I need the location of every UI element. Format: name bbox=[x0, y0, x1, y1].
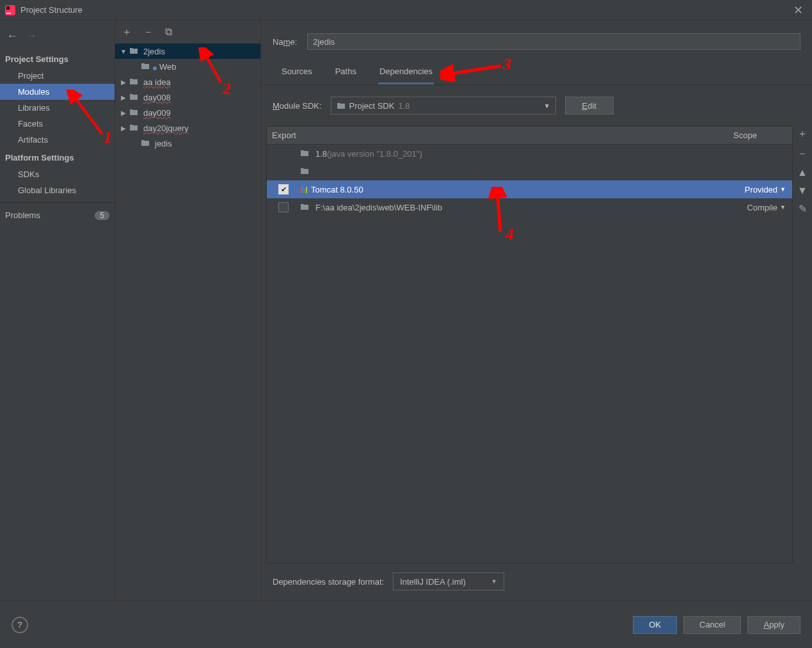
nav-item-facets[interactable]: Facets bbox=[0, 116, 115, 132]
chevron-right-icon[interactable]: ▶ bbox=[119, 109, 128, 116]
tree-item-label: 2jedis bbox=[143, 47, 165, 56]
divider bbox=[0, 202, 115, 203]
name-label: Name: bbox=[273, 37, 297, 47]
cancel-button[interactable]: Cancel bbox=[683, 616, 741, 634]
tree-item[interactable]: ▶day009 bbox=[115, 105, 260, 120]
detail-tabs: SourcesPathsDependencies bbox=[261, 50, 812, 84]
folder-icon bbox=[129, 77, 139, 86]
dependency-label: Tomcat 8.0.50 bbox=[300, 185, 733, 194]
storage-format-combo[interactable]: IntelliJ IDEA (.iml) ▼ bbox=[393, 573, 504, 590]
close-icon[interactable]: ✕ bbox=[790, 3, 807, 17]
tree-item-label: day20jquery bbox=[143, 123, 189, 133]
scope-cell[interactable]: Provided▼ bbox=[733, 185, 792, 194]
nav-item-project[interactable]: Project bbox=[0, 68, 115, 84]
dep-add-icon[interactable]: ＋ bbox=[796, 127, 809, 141]
dep-down-icon[interactable]: ▼ bbox=[796, 185, 809, 196]
tree-item-label: aa idea bbox=[143, 77, 171, 87]
dependencies-table: Export Scope 1.8 (java version "1.8.0_20… bbox=[266, 126, 793, 564]
tree-item[interactable]: jedis bbox=[115, 136, 260, 151]
tree-item[interactable]: ▶day20jquery bbox=[115, 120, 260, 136]
tree-item[interactable]: ▼2jedis bbox=[115, 43, 260, 59]
dialog-bottombar: ? OK Cancel Apply bbox=[0, 601, 812, 648]
copy-icon[interactable]: ⧉ bbox=[165, 26, 172, 38]
folder-icon bbox=[129, 108, 139, 117]
dependency-row[interactable]: F:\aa idea\2jedis\web\WEB-INF\libCompile… bbox=[267, 198, 792, 216]
dependency-label: 1.8 (java version "1.8.0_201") bbox=[300, 149, 733, 159]
nav-item-sdks[interactable]: SDKs bbox=[0, 166, 115, 182]
module-tree-panel: ＋ － ⧉ ▼2jedisWeb▶aa idea▶day008▶day009▶d… bbox=[115, 20, 261, 601]
nav-item-modules[interactable]: Modules bbox=[0, 84, 115, 100]
remove-icon[interactable]: － bbox=[143, 26, 154, 39]
problems-label: Problems bbox=[5, 210, 40, 220]
edit-button[interactable]: Edit bbox=[565, 97, 614, 115]
section-platform-settings: Platform Settings bbox=[0, 148, 115, 166]
dep-edit-icon[interactable]: ✎ bbox=[796, 203, 809, 215]
tab-paths[interactable]: Paths bbox=[334, 64, 358, 84]
module-sdk-combo[interactable]: Project SDK 1.8 ▼ bbox=[331, 97, 556, 115]
folder-icon bbox=[129, 47, 139, 56]
nav-item-libraries[interactable]: Libraries bbox=[0, 100, 115, 116]
dep-remove-icon[interactable]: － bbox=[796, 147, 809, 161]
folder-icon bbox=[337, 102, 346, 109]
storage-format-label: Dependencies storage format: bbox=[273, 577, 384, 587]
ok-button[interactable]: OK bbox=[633, 616, 677, 634]
nav-item-global-libraries[interactable]: Global Libraries bbox=[0, 182, 115, 198]
folder-icon bbox=[300, 167, 310, 176]
svg-rect-1 bbox=[6, 6, 10, 10]
dependency-row[interactable]: Tomcat 8.0.50Provided▼ bbox=[267, 180, 792, 198]
nav-item-problems[interactable]: Problems 5 bbox=[0, 207, 115, 224]
tree-item-label: Web bbox=[159, 62, 177, 72]
left-nav: ← → Project Settings Project Modules Lib… bbox=[0, 20, 115, 601]
tree-item-label: day008 bbox=[143, 93, 171, 102]
app-icon bbox=[5, 5, 15, 15]
chevron-right-icon[interactable]: ▶ bbox=[119, 94, 128, 101]
titlebar: Project Structure ✕ bbox=[0, 0, 812, 20]
tree-item[interactable]: ▶day008 bbox=[115, 90, 260, 105]
col-scope: Scope bbox=[733, 130, 792, 140]
nav-back-icon[interactable]: ← bbox=[6, 29, 18, 43]
folder-icon bbox=[129, 123, 139, 132]
window-title: Project Structure bbox=[20, 5, 790, 15]
nav-forward-icon[interactable]: → bbox=[26, 29, 37, 43]
detail-panel: Name: SourcesPathsDependencies Module SD… bbox=[261, 20, 812, 601]
name-input[interactable] bbox=[307, 33, 800, 50]
folder-icon bbox=[300, 203, 310, 212]
tree-item[interactable]: Web bbox=[115, 59, 260, 74]
chevron-down-icon: ▼ bbox=[491, 578, 497, 585]
library-icon bbox=[300, 186, 307, 193]
dependency-label: F:\aa idea\2jedis\web\WEB-INF\lib bbox=[300, 203, 733, 212]
tree-item-label: jedis bbox=[155, 139, 172, 148]
add-icon[interactable]: ＋ bbox=[122, 26, 132, 39]
chevron-right-icon[interactable]: ▶ bbox=[119, 125, 128, 132]
scope-cell[interactable]: Compile▼ bbox=[733, 203, 792, 212]
section-project-settings: Project Settings bbox=[0, 49, 115, 68]
folder-icon bbox=[300, 149, 310, 158]
nav-item-artifacts[interactable]: Artifacts bbox=[0, 132, 115, 148]
chevron-down-icon[interactable]: ▼ bbox=[119, 48, 128, 55]
chevron-right-icon[interactable]: ▶ bbox=[119, 79, 128, 86]
export-checkbox[interactable] bbox=[278, 202, 289, 212]
folder-icon bbox=[141, 139, 151, 148]
svg-rect-2 bbox=[6, 13, 11, 14]
dependency-row[interactable]: 1.8 (java version "1.8.0_201") bbox=[267, 145, 792, 162]
tab-sources[interactable]: Sources bbox=[280, 64, 314, 84]
help-icon[interactable]: ? bbox=[12, 617, 28, 633]
tab-dependencies[interactable]: Dependencies bbox=[378, 64, 434, 84]
tree-item[interactable]: ▶aa idea bbox=[115, 74, 260, 90]
tree-item-label: day009 bbox=[143, 108, 171, 118]
module-sdk-label: Module SDK: bbox=[273, 101, 322, 111]
apply-button[interactable]: Apply bbox=[747, 616, 800, 634]
dependency-row[interactable] bbox=[267, 162, 792, 180]
dependency-label bbox=[300, 167, 733, 176]
dep-up-icon[interactable]: ▲ bbox=[796, 167, 809, 178]
col-export: Export bbox=[267, 130, 300, 140]
chevron-down-icon: ▼ bbox=[544, 102, 550, 109]
module-tree[interactable]: ▼2jedisWeb▶aa idea▶day008▶day009▶day20jq… bbox=[115, 43, 260, 151]
web-icon bbox=[141, 62, 151, 71]
folder-icon bbox=[129, 93, 139, 102]
problems-badge: 5 bbox=[95, 211, 109, 220]
export-checkbox[interactable] bbox=[278, 184, 289, 194]
